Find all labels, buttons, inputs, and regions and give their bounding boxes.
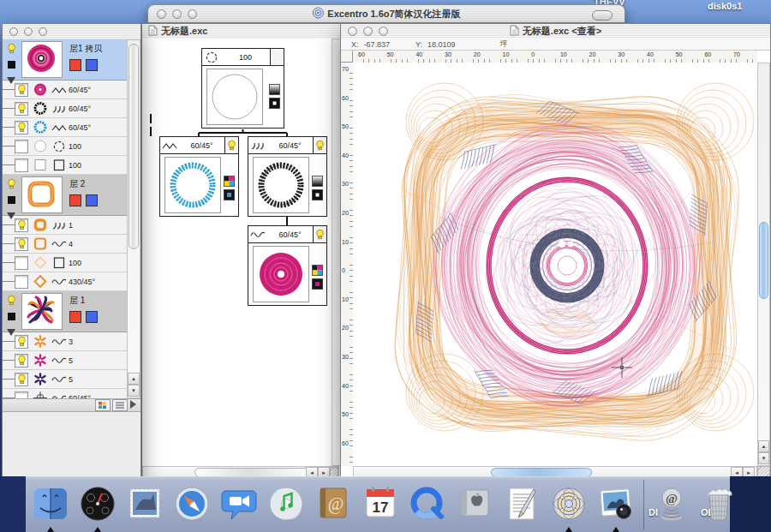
fill-color-swatch[interactable] [86, 59, 98, 71]
fill-color-swatch[interactable] [86, 311, 98, 323]
visibility-checkbox[interactable] [15, 275, 28, 289]
zoom-button[interactable] [39, 27, 47, 36]
visibility-bulb-toggle[interactable] [15, 83, 28, 97]
dock-itunes-icon[interactable] [266, 483, 306, 526]
layer-thumbnail[interactable] [21, 293, 63, 330]
color-swatch[interactable] [224, 188, 235, 200]
visibility-bulb-toggle[interactable] [15, 354, 28, 368]
layer-options-button[interactable] [112, 399, 128, 411]
pattern-node-black[interactable]: 60/45° [248, 136, 327, 217]
visibility-bulb-toggle[interactable] [313, 226, 326, 242]
node-preview[interactable] [253, 157, 309, 213]
node-preview[interactable] [164, 157, 221, 213]
dock-system-preferences-icon[interactable] [455, 483, 494, 526]
dock-iphoto-icon[interactable] [596, 483, 636, 526]
visibility-checkbox[interactable] [15, 158, 28, 172]
palette-vscrollbar[interactable]: ▴ ▾ [127, 39, 140, 398]
visibility-checkbox[interactable] [15, 140, 28, 153]
node-preview[interactable] [206, 69, 263, 125]
visibility-bulb-toggle[interactable] [15, 121, 28, 134]
close-button[interactable] [348, 27, 357, 36]
scroll-down-button[interactable]: ▾ [128, 385, 140, 397]
color-swatch[interactable] [312, 188, 323, 200]
dock-textedit-icon[interactable] [502, 483, 541, 526]
palette-titlebar[interactable] [3, 24, 140, 40]
scroll-up-button[interactable]: ▴ [128, 373, 140, 385]
layer-row[interactable]: 5 [3, 370, 127, 389]
layer-row[interactable]: 5 [3, 351, 127, 370]
layer-thumbnail[interactable] [21, 176, 63, 213]
visibility-bulb-toggle[interactable] [15, 237, 28, 251]
color-grid-button[interactable] [95, 399, 111, 411]
layer-header[interactable]: 层1 拷贝 [3, 39, 127, 81]
layer-header[interactable]: 层 1 [3, 291, 127, 332]
fill-color-swatch[interactable] [86, 194, 98, 206]
dock-address-book-icon[interactable]: @ [314, 483, 353, 526]
layer-controls[interactable] [3, 39, 20, 80]
scroll-up-button[interactable]: ▴ [758, 440, 769, 452]
visibility-bulb-toggle[interactable] [224, 137, 238, 153]
layer-row[interactable]: 60/45° [3, 99, 127, 118]
layer-row[interactable]: 430/45° [3, 272, 127, 291]
dock-at-spring-icon[interactable]: @ [652, 483, 691, 526]
flippy-arrow-icon[interactable] [129, 398, 137, 413]
layer-controls[interactable] [3, 175, 20, 215]
layer-row[interactable]: 3 [3, 332, 127, 351]
pattern-tree-canvas[interactable]: 100 60/45° [142, 39, 341, 466]
zoom-button[interactable] [379, 27, 388, 36]
cmyk-swatch[interactable] [312, 264, 323, 275]
color-swatch[interactable] [312, 278, 323, 289]
layer-row[interactable]: 100 [3, 156, 127, 175]
visibility-bulb-toggle[interactable] [15, 102, 28, 116]
dock-trash-icon[interactable] [699, 483, 738, 526]
bulb-icon[interactable] [7, 177, 16, 193]
visibility-bulb-toggle[interactable] [313, 137, 326, 153]
stroke-color-swatch[interactable] [69, 59, 81, 71]
visibility-bulb-toggle[interactable] [15, 335, 28, 349]
minimize-button[interactable] [363, 27, 373, 36]
toolbar-pill-button[interactable] [592, 10, 613, 21]
pattern-node-magenta[interactable]: 60/45° [248, 225, 327, 306]
dock-ichat-icon[interactable] [219, 483, 259, 526]
desktop-label[interactable]: disk0s1 [708, 1, 742, 11]
stroke-color-swatch[interactable] [69, 311, 81, 323]
layer-row[interactable]: 4 [3, 235, 127, 254]
minimize-button[interactable] [172, 9, 182, 19]
layer-thumbnail[interactable] [21, 41, 63, 78]
desktop-label[interactable]: DI [648, 507, 658, 517]
color-mode-icon[interactable] [7, 193, 16, 208]
color-mode-icon[interactable] [7, 57, 16, 73]
scroll-thumb[interactable] [128, 44, 139, 249]
layer-row[interactable]: 60/45° [3, 118, 127, 137]
dock-ical-icon[interactable]: 17 [361, 483, 400, 526]
close-button[interactable] [157, 9, 166, 19]
minimize-button[interactable] [24, 27, 33, 36]
layer-controls[interactable] [3, 291, 20, 332]
layer-row[interactable]: 100 [3, 254, 127, 272]
view-vscrollbar[interactable]: ▴ ▾ [757, 63, 770, 466]
dock-safari-icon[interactable] [172, 483, 212, 526]
layer-row[interactable]: 60/45° [3, 81, 127, 99]
layer-row[interactable]: 100 [3, 137, 127, 156]
scroll-down-button[interactable]: ▾ [758, 452, 769, 464]
dock-finder-icon[interactable] [31, 483, 70, 526]
document-window-titlebar[interactable]: 无标题.exc [142, 24, 341, 39]
close-button[interactable] [9, 27, 18, 36]
color-swatch[interactable] [269, 97, 280, 108]
bulb-icon[interactable] [7, 42, 16, 57]
pattern-node-blue[interactable]: 60/45° [159, 136, 239, 217]
app-window-titlebar[interactable]: Excentro 1.6o7简体汉化注册版 [147, 4, 625, 23]
scroll-thumb[interactable] [759, 222, 768, 299]
dock-excentro-icon[interactable] [549, 483, 589, 526]
node-cell[interactable] [270, 49, 284, 65]
layer-header[interactable]: 层 2 [3, 175, 127, 216]
dock-mail-icon[interactable] [125, 483, 164, 526]
visibility-bulb-toggle[interactable] [15, 218, 28, 232]
pattern-node-root[interactable]: 100 [201, 48, 284, 129]
layer-row[interactable]: 1 [3, 216, 127, 235]
bulb-icon[interactable] [7, 294, 16, 309]
visibility-checkbox[interactable] [15, 256, 28, 270]
stroke-color-swatch[interactable] [69, 194, 81, 206]
zoom-button[interactable] [188, 9, 197, 19]
drawing-canvas[interactable] [353, 63, 757, 466]
